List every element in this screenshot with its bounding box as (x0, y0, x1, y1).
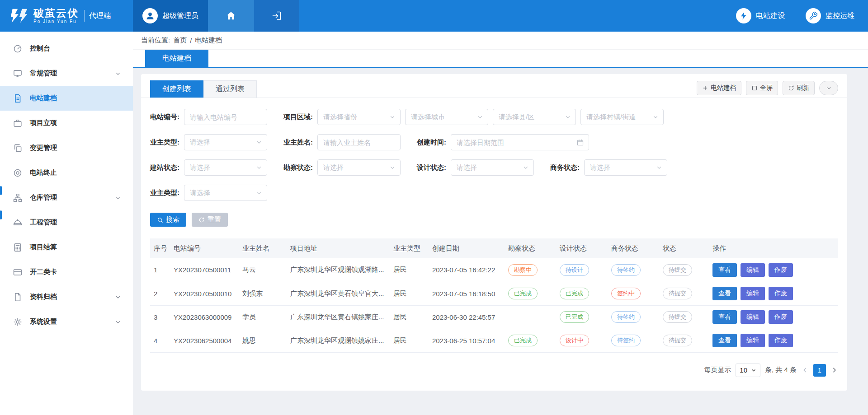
row-index: 3 (150, 305, 170, 329)
project-area-label: 项目区域: (283, 113, 313, 121)
edit-button[interactable]: 编辑 (741, 263, 765, 277)
sidebar-item-data-archive[interactable]: 资料归档 (0, 284, 133, 309)
search-button[interactable]: 搜索 (150, 213, 186, 227)
chevron-down-icon (826, 85, 832, 91)
breadcrumb-home[interactable]: 首页 (173, 36, 187, 45)
project-address: 广东深圳龙华区黄石镇皇官大... (287, 282, 390, 305)
void-button[interactable]: 作废 (769, 263, 793, 277)
view-button[interactable]: 查看 (712, 334, 737, 347)
status-cell: 待提交 (659, 258, 709, 282)
chevron-down-icon (115, 319, 121, 325)
edit-button[interactable]: 编辑 (741, 334, 765, 347)
page-number[interactable]: 1 (813, 364, 826, 377)
top-nav: 电站建设监控运维 (736, 0, 868, 32)
sidebar-scroll-indicator (0, 186, 2, 195)
view-button[interactable]: 查看 (712, 310, 737, 324)
owner-name-input[interactable] (317, 134, 401, 150)
build-status-select[interactable]: 请选择 (184, 159, 267, 176)
status-badge: 签约中 (611, 288, 641, 299)
village-select[interactable]: 请选择村镇/街道 (580, 109, 664, 125)
sidebar-item-station-filing[interactable]: 电站建档 (0, 86, 133, 111)
prev-page-button[interactable] (801, 366, 809, 374)
business-status-select[interactable]: 请选择 (584, 159, 667, 176)
sidebar-item-project-initiation[interactable]: 项目立项 (0, 111, 133, 135)
edit-button[interactable]: 编辑 (741, 310, 765, 324)
date-range-input[interactable] (457, 139, 576, 146)
tab-create-list[interactable]: 创建列表 (150, 80, 203, 98)
sidebar-item-system-settings[interactable]: 系统设置 (0, 309, 133, 334)
logout-button[interactable] (254, 0, 299, 32)
void-button[interactable]: 作废 (769, 310, 793, 324)
create-station-button[interactable]: 电站建档 (697, 81, 741, 95)
list-tabs: 创建列表通过列表 (150, 80, 257, 98)
page-tab-station-filing[interactable]: 电站建档 (145, 50, 208, 67)
collapse-filters-button[interactable] (819, 81, 838, 95)
nav-station-construction[interactable]: 电站建设 (736, 8, 785, 23)
sidebar-item-label: 变更管理 (30, 144, 121, 152)
nav-label: 监控运维 (826, 11, 854, 21)
reset-button[interactable]: 重置 (192, 213, 228, 227)
status-badge: 待提交 (663, 264, 692, 276)
logo-title: 破茧云伏 (33, 8, 79, 19)
owner-type-2-select[interactable]: 请选择 (184, 185, 267, 201)
tab-passed-list[interactable]: 通过列表 (203, 80, 257, 98)
status-badge: 待提交 (663, 335, 692, 346)
column-header: 操作 (709, 238, 838, 258)
sidebar-item-label: 仓库管理 (30, 193, 115, 202)
view-button[interactable]: 查看 (712, 263, 737, 277)
view-button[interactable]: 查看 (712, 287, 737, 300)
home-button[interactable] (208, 0, 254, 32)
sidebar-item-warehouse-management[interactable]: 仓库管理 (0, 185, 133, 210)
sidebar-item-class-two-card[interactable]: 开二类卡 (0, 260, 133, 284)
edit-button[interactable]: 编辑 (741, 287, 765, 300)
void-button[interactable]: 作废 (769, 334, 793, 347)
next-page-button[interactable] (830, 366, 838, 374)
sidebar-item-project-settlement[interactable]: 项目结算 (0, 235, 133, 260)
status-badge: 待签约 (611, 335, 641, 346)
monitor-icon (13, 69, 23, 79)
sidebar-item-station-termination[interactable]: 电站终止 (0, 160, 133, 185)
void-button[interactable]: 作废 (769, 287, 793, 300)
chevron-down-icon (256, 190, 262, 196)
city-select[interactable]: 请选择城市 (405, 109, 488, 125)
sidebar-item-change-management[interactable]: 变更管理 (0, 135, 133, 160)
sidebar-item-general-management[interactable]: 常规管理 (0, 61, 133, 86)
helmet-icon (13, 218, 23, 228)
station-no: YX2023062500004 (170, 329, 239, 352)
owner-type-2-label: 业主类型: (150, 189, 179, 197)
main-area: 当前位置: 首页 / 电站建档 电站建档 创建列表通过列表 电站建档 全屏 (133, 32, 868, 415)
province-select[interactable]: 请选择省份 (317, 109, 401, 125)
owner-name: 马云 (239, 258, 287, 282)
chevron-down-icon (656, 164, 662, 171)
chevron-down-icon (523, 164, 529, 171)
fullscreen-button[interactable]: 全屏 (746, 81, 778, 95)
logo-subtitle: Po Jian Yun Fu (33, 19, 79, 24)
sitemap-icon (13, 193, 23, 203)
user-menu[interactable]: 超级管理员 (133, 0, 208, 32)
column-header: 电站编号 (170, 238, 239, 258)
owner-type-select[interactable]: 请选择 (184, 134, 267, 150)
owner-type: 居民 (390, 305, 429, 329)
dashboard-icon (13, 44, 23, 54)
sidebar-item-console[interactable]: 控制台 (0, 36, 133, 61)
sidebar-item-label: 常规管理 (30, 69, 115, 78)
actions-cell: 查看编辑作废 (709, 305, 838, 329)
owner-type-label: 业主类型: (150, 138, 179, 147)
lightning-fill-icon (736, 8, 751, 23)
nav-monitoring-ops[interactable]: 监控运维 (806, 8, 854, 23)
sidebar-item-label: 控制台 (30, 44, 121, 53)
survey-status-select[interactable]: 请选择 (317, 159, 401, 176)
survey-status-label: 勘察状态: (283, 163, 313, 172)
breadcrumb-current: 电站建档 (195, 36, 222, 45)
refresh-button[interactable]: 刷新 (783, 81, 815, 95)
district-select[interactable]: 请选择县/区 (493, 109, 576, 125)
actions-cell: 查看编辑作废 (709, 282, 838, 305)
create-time-range-picker[interactable] (451, 134, 589, 150)
status-badge: 设计中 (560, 335, 589, 346)
design-status-select[interactable]: 请选择 (451, 159, 534, 176)
per-page-select[interactable]: 10 (736, 364, 760, 377)
owner-name: 刘强东 (239, 282, 287, 305)
sidebar-item-engineering-management[interactable]: 工程管理 (0, 210, 133, 235)
station-no-input[interactable] (184, 109, 267, 125)
app-root: 破茧云伏 Po Jian Yun Fu 代理端 超级管理员 电站建设监控运维 控… (0, 0, 868, 415)
